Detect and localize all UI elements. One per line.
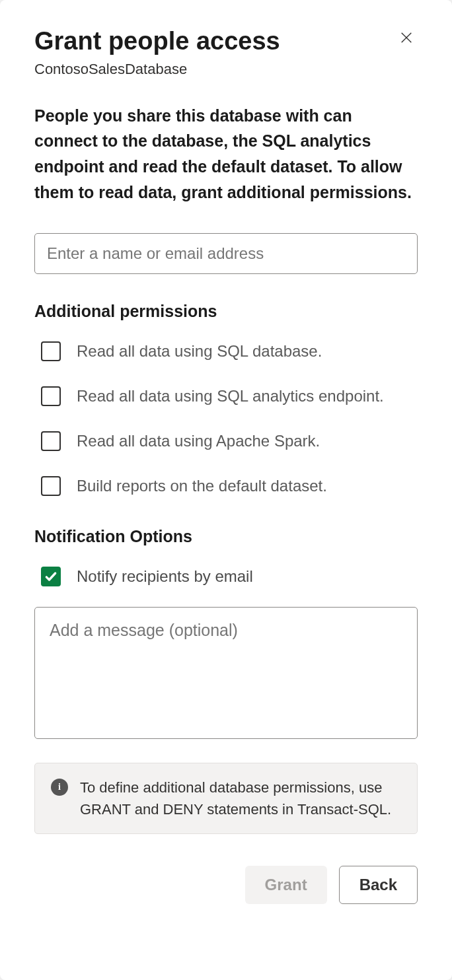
info-text: To define additional database permission… (80, 777, 401, 820)
permission-label: Build reports on the default dataset. (77, 474, 327, 498)
permissions-heading: Additional permissions (34, 302, 418, 321)
dialog-title: Grant people access (34, 26, 280, 57)
dialog-description: People you share this database with can … (34, 103, 418, 205)
permission-label: Read all data using SQL analytics endpoi… (77, 384, 384, 408)
checkbox-notify-email[interactable] (41, 567, 61, 586)
notification-section: Notification Options Notify recipients b… (34, 527, 418, 588)
grant-button[interactable]: Grant (245, 866, 327, 904)
permission-item-build-reports[interactable]: Build reports on the default dataset. (34, 474, 418, 498)
message-textarea[interactable] (34, 607, 418, 739)
permission-label: Read all data using SQL database. (77, 339, 322, 363)
permission-item-sql-analytics[interactable]: Read all data using SQL analytics endpoi… (34, 384, 418, 408)
permission-item-sql-database[interactable]: Read all data using SQL database. (34, 339, 418, 363)
back-button[interactable]: Back (339, 866, 418, 904)
dialog-footer: Grant Back (34, 866, 418, 904)
permission-label: Read all data using Apache Spark. (77, 429, 320, 453)
dialog-header: Grant people access (34, 26, 418, 57)
name-email-input[interactable] (34, 233, 418, 274)
close-button[interactable] (395, 26, 418, 49)
dialog-subtitle: ContosoSalesDatabase (34, 61, 418, 78)
checkbox-apache-spark[interactable] (41, 431, 61, 451)
checkbox-sql-database[interactable] (41, 341, 61, 361)
notification-heading: Notification Options (34, 527, 418, 546)
notify-email-row[interactable]: Notify recipients by email (34, 565, 418, 588)
notify-email-label: Notify recipients by email (77, 565, 253, 588)
info-icon: i (51, 779, 68, 796)
close-icon (399, 30, 414, 45)
checkbox-build-reports[interactable] (41, 476, 61, 496)
permissions-section: Additional permissions Read all data usi… (34, 302, 418, 498)
checkbox-sql-analytics[interactable] (41, 386, 61, 406)
checkmark-icon (44, 570, 57, 583)
info-box: i To define additional database permissi… (34, 763, 418, 834)
grant-access-dialog: Grant people access ContosoSalesDatabase… (0, 0, 452, 980)
permission-item-apache-spark[interactable]: Read all data using Apache Spark. (34, 429, 418, 453)
